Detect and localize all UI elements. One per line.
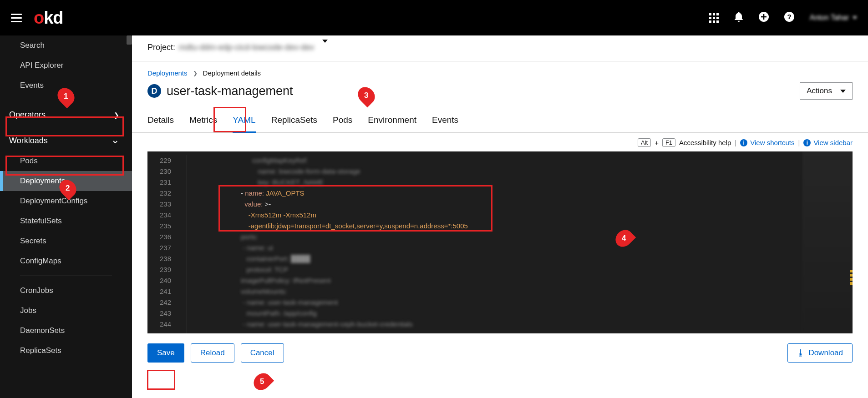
kbd-alt: Alt — [638, 138, 651, 147]
sidebar-item-daemonsets[interactable]: DaemonSets — [0, 321, 132, 341]
sidebar-scrollbar[interactable] — [127, 35, 132, 45]
sidebar-item-statefulsets[interactable]: StatefulSets — [0, 211, 132, 231]
caret-down-icon — [322, 40, 328, 52]
sidebar-item-configmaps[interactable]: ConfigMaps — [0, 251, 132, 271]
page-title: user-task-management — [167, 84, 293, 98]
sidebar-operators-label: Operators — [9, 110, 46, 120]
chevron-down-icon — [111, 137, 119, 145]
annotation-marker-5: 5 — [250, 370, 274, 393]
tab-pods[interactable]: Pods — [333, 110, 352, 132]
kbd-f1: F1 — [662, 138, 675, 147]
sidebar-item-deployments[interactable]: Deployments — [0, 171, 132, 191]
editor-minimap[interactable] — [802, 151, 853, 333]
sidebar: Search API Explorer Events Operators Wor… — [0, 35, 132, 398]
sidebar-section-workloads[interactable]: Workloads — [0, 131, 132, 151]
chevron-right-icon — [114, 111, 119, 119]
tab-metrics[interactable]: Metrics — [189, 110, 217, 132]
tab-replicasets[interactable]: ReplicaSets — [271, 110, 317, 132]
accessibility-help-label: Accessibility help — [679, 139, 731, 146]
download-label: Download — [808, 348, 843, 358]
save-button[interactable]: Save — [147, 343, 184, 363]
editor-gutter: 2292302312322332342352362372382392402412… — [147, 155, 175, 330]
tab-environment[interactable]: Environment — [368, 110, 416, 132]
logo-kd: kd — [44, 8, 63, 28]
actions-button[interactable]: Actions — [800, 82, 853, 100]
tab-events[interactable]: Events — [432, 110, 458, 132]
logo-o: o — [34, 8, 44, 28]
sidebar-divider — [20, 276, 112, 276]
bell-icon[interactable] — [734, 12, 743, 24]
plus-circle-icon[interactable] — [759, 12, 769, 24]
reload-button[interactable]: Reload — [191, 343, 234, 363]
sidebar-item-api-explorer[interactable]: API Explorer — [0, 55, 132, 76]
editor-code[interactable]: configMapKeyRef: name: lowcode-form-data… — [184, 155, 468, 330]
caret-down-icon — [840, 90, 846, 93]
view-shortcuts-link[interactable]: iView shortcuts — [740, 139, 794, 146]
user-name: Anton Tahar — [810, 14, 849, 22]
tab-yaml[interactable]: YAML — [233, 110, 255, 132]
actions-label: Actions — [807, 86, 832, 96]
yaml-editor[interactable]: 2292302312322332342352362372382392402412… — [147, 151, 853, 333]
sidebar-item-jobs[interactable]: Jobs — [0, 301, 132, 321]
sidebar-item-secrets[interactable]: Secrets — [0, 231, 132, 251]
sidebar-section-operators[interactable]: Operators — [0, 105, 132, 125]
breadcrumb-parent-link[interactable]: Deployments — [147, 69, 188, 77]
breadcrumb: Deployments ❯ Deployment details — [132, 62, 868, 81]
cancel-button[interactable]: Cancel — [241, 343, 284, 363]
project-label: Project: — [147, 43, 175, 52]
breadcrumb-current: Deployment details — [203, 69, 261, 77]
apps-icon[interactable] — [709, 13, 719, 23]
download-button[interactable]: ⭳ Download — [787, 343, 853, 363]
tabs: Details Metrics YAML ReplicaSets Pods En… — [132, 110, 868, 133]
sidebar-item-pods[interactable]: Pods — [0, 151, 132, 171]
sidebar-item-deploymentconfigs[interactable]: DeploymentConfigs — [0, 191, 132, 211]
svg-rect-2 — [763, 14, 765, 20]
okd-logo[interactable]: okd — [34, 8, 63, 28]
tab-details[interactable]: Details — [147, 110, 174, 132]
caret-down-icon — [853, 16, 857, 19]
svg-text:?: ? — [787, 13, 791, 20]
sidebar-item-replicasets[interactable]: ReplicaSets — [0, 341, 132, 361]
sidebar-item-events[interactable]: Events — [0, 76, 132, 96]
nav-toggle-button[interactable] — [11, 12, 22, 23]
top-bar: okd ? Anton Tahar — [0, 0, 868, 35]
help-icon[interactable]: ? — [784, 12, 794, 24]
sidebar-workloads-label: Workloads — [9, 136, 48, 146]
project-selector[interactable]: Project: mdtu-ddm-edp-cicd-lowcode-dev-d… — [132, 35, 868, 62]
info-icon: i — [740, 139, 747, 146]
main-content: Project: mdtu-ddm-edp-cicd-lowcode-dev-d… — [132, 35, 868, 398]
view-sidebar-link[interactable]: iView sidebar — [803, 139, 853, 146]
sidebar-item-search[interactable]: Search — [0, 35, 132, 55]
info-icon: i — [803, 139, 811, 146]
chevron-right-icon: ❯ — [193, 70, 198, 76]
sidebar-item-cronjobs[interactable]: CronJobs — [0, 281, 132, 301]
download-icon: ⭳ — [797, 348, 805, 358]
deployment-badge-icon: D — [147, 84, 161, 98]
footer-buttons: Save Reload Cancel ⭳ Download — [132, 333, 868, 373]
minimap-markers — [850, 270, 853, 286]
annotation-box-5 — [147, 370, 175, 390]
user-menu[interactable]: Anton Tahar — [810, 14, 857, 22]
editor-toolbar: Alt + F1 Accessibility help | iView shor… — [132, 133, 868, 151]
project-name: mdtu-ddm-edp-cicd-lowcode-dev-dev — [179, 43, 314, 52]
